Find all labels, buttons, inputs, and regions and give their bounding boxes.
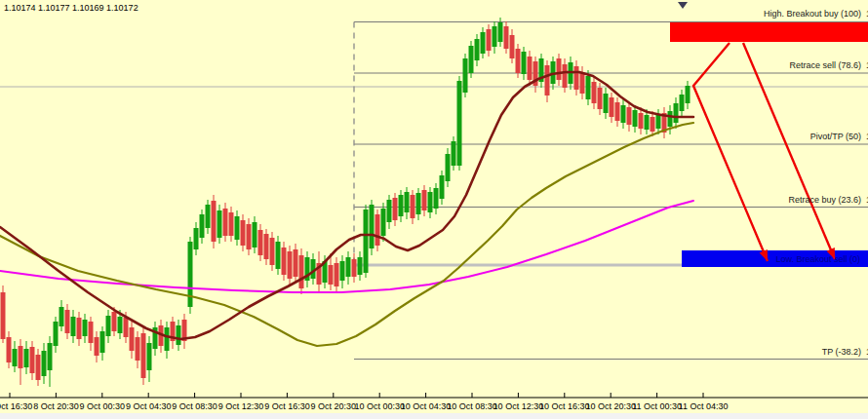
candle-body	[89, 322, 94, 343]
candle-body	[118, 317, 123, 333]
candle-body	[621, 105, 626, 123]
candle-body	[686, 86, 690, 103]
candle-body	[393, 198, 398, 220]
candle-body	[656, 115, 661, 129]
mid-ma-olive	[0, 123, 693, 346]
candle-body	[633, 110, 638, 127]
candle-body	[329, 265, 334, 285]
time-label: 11 Oct 00:30	[632, 401, 682, 411]
candle-body	[557, 58, 562, 80]
candle-body	[645, 115, 650, 130]
candle-body	[54, 322, 59, 346]
candle-body	[586, 76, 591, 99]
time-label: 9 Oct 16:30	[264, 401, 310, 411]
candle-body	[30, 347, 35, 373]
candle-body	[165, 327, 170, 351]
candle-body	[340, 261, 345, 281]
candle-body	[346, 257, 351, 277]
candle-body	[674, 103, 679, 123]
candle-body	[253, 222, 257, 248]
chart-canvas[interactable]	[0, 0, 868, 419]
candle-body	[335, 263, 339, 286]
time-label: 10 Oct 16:30	[539, 401, 590, 411]
candle-body	[364, 210, 369, 273]
time-label: 10 Oct 04:30	[401, 401, 452, 411]
candle-body	[24, 349, 29, 367]
candle-body	[680, 95, 685, 111]
candle-body	[136, 337, 140, 361]
candle-body	[516, 49, 521, 73]
fib-label-retrace-sell-78-6: Retrace sell (78.6) 1	[789, 60, 868, 70]
candle-body	[206, 205, 211, 228]
candle-body	[574, 66, 579, 90]
candle-body	[522, 52, 527, 74]
time-label: 9 Oct 20:30	[311, 401, 357, 411]
candle-body	[7, 337, 12, 362]
time-label: 10 Oct 00:30	[354, 401, 405, 411]
candle-body	[147, 343, 152, 370]
candle-body	[610, 97, 614, 117]
candle-body	[19, 346, 23, 368]
candle-body	[141, 333, 146, 378]
candle-body	[352, 259, 357, 277]
fib-label-retrace-buy-23-6: Retrace buy (23.6) 1	[788, 195, 868, 205]
time-label: 10 Oct 20:30	[585, 401, 636, 411]
candle-body	[498, 22, 503, 42]
candle-body	[668, 111, 673, 127]
candle-body	[264, 234, 269, 259]
breakout-buy-zone[interactable]	[670, 22, 868, 42]
breakout-sell-zone-label: Low. Breakout sell (0)	[682, 254, 860, 264]
candle-body	[440, 175, 445, 199]
candle-body	[469, 46, 474, 73]
candle-body	[194, 228, 199, 249]
time-label: 9 Oct 04:30	[126, 401, 172, 411]
candle-body	[247, 224, 252, 249]
candle-body	[36, 355, 41, 380]
candle-body	[493, 26, 497, 47]
candle-body	[563, 64, 568, 88]
time-label: 11 Oct 04:30	[679, 401, 729, 411]
candle-body	[212, 201, 217, 242]
time-label: 9 Oct 00:30	[80, 401, 126, 411]
candle-body	[375, 214, 380, 246]
candle-body	[65, 310, 70, 333]
candle-body	[405, 192, 410, 212]
candle-body	[112, 312, 117, 331]
candle-alert-marker-icon	[678, 2, 688, 9]
candle-body	[71, 317, 76, 336]
candle-body	[100, 331, 105, 353]
time-label: 8 Oct 20:30	[33, 401, 79, 411]
fib-label-pivot-tp-50: Pivot/TP (50) 1	[810, 132, 868, 141]
time-label: 10 Oct 08:30	[447, 401, 497, 411]
candle-body	[13, 349, 18, 366]
candle-body	[59, 307, 64, 326]
projection-arrow-right[interactable]	[743, 43, 835, 259]
time-label: 8 Oct 16:30	[0, 401, 32, 411]
time-label: 9 Oct 08:30	[172, 401, 217, 411]
candle-body	[381, 209, 386, 236]
slow-ma-darkred	[0, 72, 693, 339]
fast-ma-magenta	[0, 201, 693, 292]
candle-body	[651, 117, 655, 132]
candle-body	[627, 107, 632, 125]
candle-body	[475, 39, 480, 60]
candle-body	[370, 205, 375, 248]
candle-body	[358, 257, 363, 275]
candle-body	[545, 65, 550, 95]
fib-label-tp-minus-38-2: TP (-38.2) 1	[822, 347, 868, 357]
candle-body	[299, 255, 304, 288]
ohlc-readout: 1.10174 1.10177 1.10169 1.10172	[4, 3, 138, 13]
candle-body	[639, 113, 644, 129]
candle-body	[528, 57, 533, 80]
candle-body	[288, 251, 293, 279]
candle-body	[1, 292, 6, 339]
candle-body	[282, 248, 287, 275]
candle-body	[411, 195, 415, 218]
window-bottom-strip	[0, 413, 868, 419]
candle-body	[294, 249, 298, 277]
time-label: 9 Oct 12:30	[218, 401, 264, 411]
candle-body	[504, 26, 509, 49]
candle-body	[95, 337, 99, 356]
candle-body	[422, 190, 427, 210]
candle-body	[106, 316, 111, 336]
